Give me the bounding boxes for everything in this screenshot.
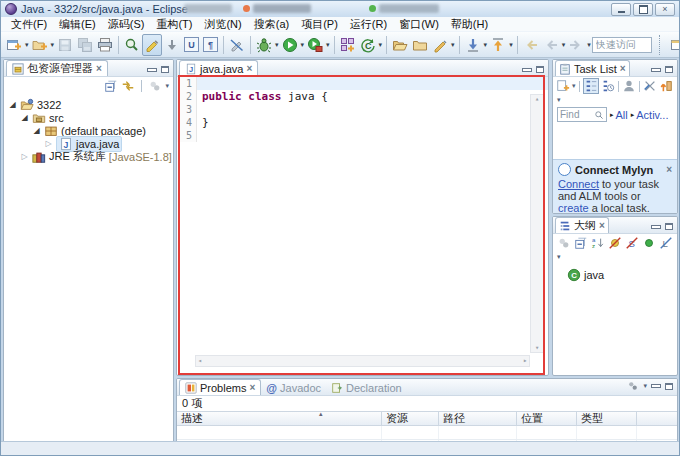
menu-source[interactable]: 源码(S) [102, 17, 151, 32]
tree-node-project[interactable]: ◢ 3322 [4, 98, 173, 111]
scroll-left-icon[interactable]: ▾ [196, 359, 204, 363]
run-button[interactable] [280, 34, 300, 56]
new-task-dropdown-icon[interactable]: ▾ [572, 82, 576, 90]
back-dropdown-icon[interactable]: ▾ [562, 41, 566, 49]
annotate-button[interactable] [430, 34, 450, 56]
minimize-view-icon[interactable] [651, 384, 661, 388]
tab-declaration[interactable]: Declaration [326, 380, 407, 395]
hide-fields-icon[interactable] [608, 236, 622, 250]
column-location[interactable]: 位置 [517, 412, 577, 425]
closed-folder-button[interactable] [410, 34, 430, 56]
save-button[interactable] [55, 34, 75, 56]
menu-project[interactable]: 项目(P) [295, 17, 344, 32]
close-view-icon[interactable]: × [599, 221, 605, 231]
filter-completed-icon[interactable] [643, 79, 657, 93]
smart-insert-toggle[interactable] [227, 34, 247, 56]
focus-icon[interactable] [557, 236, 571, 250]
hide-static-icon[interactable]: S [625, 236, 639, 250]
focus-workweek-icon[interactable] [659, 79, 673, 93]
link-with-editor-icon[interactable] [121, 79, 135, 93]
menu-edit[interactable]: 编辑(E) [53, 17, 102, 32]
annotate-dropdown-icon[interactable]: ▾ [451, 41, 455, 49]
collapse-arrow-icon[interactable]: ▷ [20, 153, 29, 161]
collapse-all-icon[interactable] [574, 236, 588, 250]
run-dropdown-icon[interactable]: ▾ [301, 41, 305, 49]
quick-access-input[interactable] [592, 37, 652, 53]
close-view-icon[interactable]: × [249, 383, 255, 393]
menu-file[interactable]: 文件(F) [5, 17, 53, 32]
create-link[interactable]: create [558, 202, 589, 214]
next-annotation-button[interactable] [162, 34, 182, 56]
forward-dropdown-icon[interactable]: ▾ [587, 41, 591, 49]
new-java-project-dropdown-icon[interactable]: ▾ [51, 41, 55, 49]
menu-navigate[interactable]: 浏览(N) [198, 17, 247, 32]
maximize-editor-icon[interactable] [536, 66, 544, 73]
tab-outline[interactable]: 大纲 × [555, 217, 609, 233]
block-selection-toggle[interactable]: U [182, 34, 201, 56]
view-menu-icon[interactable]: ▾ [557, 253, 561, 261]
scroll-right-icon[interactable]: ▾ [521, 359, 529, 363]
close-tab-icon[interactable]: × [246, 64, 252, 74]
tree-node-jre[interactable]: ▷ JRE 系统库 [JavaSE-1.8] [4, 150, 173, 163]
menu-window[interactable]: 窗口(W) [393, 17, 445, 32]
activate-link[interactable]: Activ... [636, 109, 668, 121]
vertical-scrollbar[interactable]: ▴▾ [530, 94, 544, 353]
external-tools-dropdown-icon[interactable]: ▾ [379, 41, 383, 49]
view-menu-icon[interactable]: ▾ [557, 96, 561, 104]
import-dropdown-icon[interactable]: ▾ [484, 41, 488, 49]
focus-tasks-icon[interactable] [148, 79, 162, 93]
hide-local-types-icon[interactable]: L [659, 236, 673, 250]
scheduled-view-icon[interactable] [601, 79, 615, 93]
back-button[interactable] [541, 34, 561, 56]
tree-node-src[interactable]: ◢ src [4, 111, 173, 124]
filter-all[interactable]: ▸All [610, 109, 628, 121]
hide-non-public-icon[interactable] [642, 236, 656, 250]
open-perspective-button[interactable] [668, 34, 680, 56]
minimize-editor-icon[interactable] [522, 68, 532, 72]
find-box[interactable] [557, 107, 607, 122]
expand-arrow-icon[interactable]: ◢ [20, 114, 29, 122]
debug-dropdown-icon[interactable]: ▾ [275, 41, 279, 49]
column-resource[interactable]: 资源 [382, 412, 439, 425]
show-whitespace-toggle[interactable]: ¶ [201, 34, 220, 56]
export-button[interactable] [488, 34, 508, 56]
menu-help[interactable]: 帮助(H) [445, 17, 494, 32]
categorized-view-icon[interactable] [583, 78, 599, 94]
minimize-view-icon[interactable] [651, 68, 661, 72]
connect-link[interactable]: Connect [558, 178, 599, 190]
restore-button[interactable] [633, 3, 653, 16]
code-editor[interactable]: 1 2public class java { 3 4} 5 ▴▾ ▾▾ [177, 77, 548, 376]
import-button[interactable] [463, 34, 483, 56]
debug-button[interactable] [254, 34, 274, 56]
tab-problems[interactable]: Problems × [179, 379, 261, 395]
open-resource-button[interactable] [390, 34, 410, 56]
my-tasks-icon[interactable] [622, 79, 636, 93]
view-menu-icon[interactable]: ▾ [643, 382, 647, 390]
external-tools-button[interactable]: C [358, 34, 378, 56]
outline-node-class[interactable]: C java [567, 268, 677, 281]
coverage-dropdown-icon[interactable]: ▾ [326, 41, 330, 49]
find-input[interactable] [560, 109, 594, 120]
tab-java-file[interactable]: J java.java × [179, 60, 258, 76]
close-view-icon[interactable]: × [620, 64, 626, 74]
last-edit-location-button[interactable] [521, 34, 541, 56]
new-wizard-dropdown-icon[interactable]: ▾ [25, 41, 29, 49]
tab-javadoc[interactable]: @ Javadoc [261, 380, 326, 395]
tab-task-list[interactable]: Task List × [555, 60, 630, 76]
mark-occurrences-toggle[interactable] [142, 34, 162, 56]
close-view-icon[interactable]: × [96, 64, 102, 74]
tab-package-explorer[interactable]: 包资源管理器 × [6, 60, 108, 76]
column-description[interactable]: 描述▴ [177, 412, 382, 425]
menu-search[interactable]: 搜索(a) [248, 17, 295, 32]
horizontal-scrollbar[interactable]: ▾▾ [195, 355, 530, 367]
view-menu-icon[interactable]: ▾ [165, 82, 169, 90]
collapse-all-icon[interactable] [104, 79, 118, 93]
expand-arrow-icon[interactable]: ◢ [8, 101, 17, 109]
menu-refactor[interactable]: 重构(T) [150, 17, 198, 32]
filter-activate[interactable]: ▸Activ... [631, 109, 669, 121]
minimize-view-icon[interactable] [147, 68, 157, 72]
new-task-icon[interactable] [556, 79, 570, 93]
open-type-button[interactable] [338, 34, 358, 56]
menu-run[interactable]: 运行(R) [344, 17, 393, 32]
collapse-arrow-icon[interactable]: ▷ [44, 140, 53, 148]
